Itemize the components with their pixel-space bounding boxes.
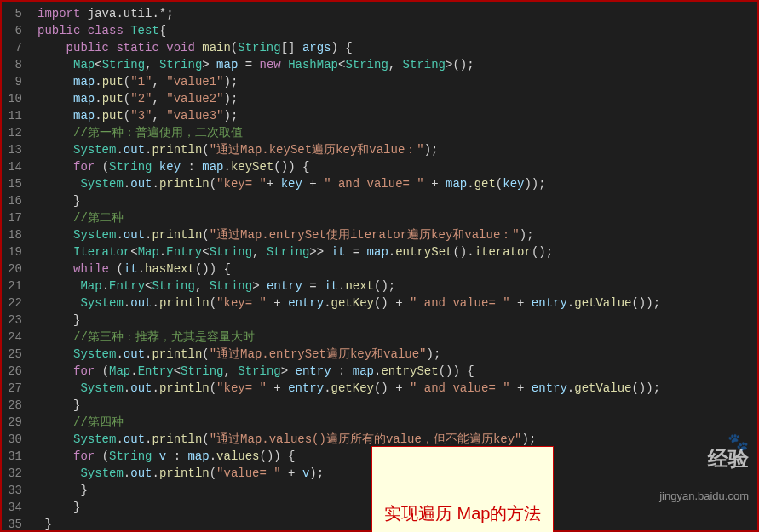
line-number: 26 [7,363,22,380]
code-line[interactable]: map.put("3", "value3"); [37,107,757,124]
code-line[interactable]: Map.Entry<String, String> entry = it.nex… [37,277,757,295]
code-line[interactable]: Map<String, String> map = new HashMap<St… [37,56,757,73]
code-line[interactable]: } [37,397,757,414]
line-number: 6 [7,22,22,39]
line-number: 10 [7,90,22,107]
line-number: 32 [7,465,22,482]
code-line[interactable]: Iterator<Map.Entry<String, String>> it =… [37,243,757,260]
annotation-callout: 实现遍历 Map的方法 代码 [371,446,554,532]
code-line[interactable]: System.out.println("key= " + entry.getKe… [37,380,757,397]
line-number: 16 [7,192,22,209]
code-line[interactable]: map.put("2", "value2"); [37,90,757,107]
code-line[interactable]: System.out.println("通过Map.keySet遍历key和va… [37,141,757,158]
line-number: 13 [7,141,22,158]
code-editor[interactable]: 5678910111213141516171819202122232425262… [0,0,759,532]
code-line[interactable]: public static void main(String[] args) { [37,39,757,56]
code-line[interactable]: for (String key : map.keySet()) { [37,158,757,175]
code-line[interactable]: } [37,192,757,209]
code-line[interactable]: map.put("1", "value1"); [37,73,757,90]
code-line[interactable]: while (it.hasNext()) { [37,260,757,277]
callout-line1: 实现遍历 Map的方法 [384,501,541,525]
line-number: 34 [7,499,22,516]
code-line[interactable]: } [37,312,757,329]
line-number: 22 [7,295,22,312]
line-number: 25 [7,346,22,363]
line-number: 11 [7,107,22,124]
line-number: 19 [7,243,22,260]
code-line[interactable]: //第二种 [37,209,757,226]
code-line[interactable]: import java.util.*; [37,5,757,22]
line-number: 28 [7,397,22,414]
line-number: 35 [7,516,22,532]
code-line[interactable]: System.out.println("key= " + entry.getKe… [37,295,757,312]
code-line[interactable]: System.out.println("通过Map.entrySet使用iter… [37,226,757,243]
line-number: 31 [7,448,22,465]
code-line[interactable]: //第一种：普遍使用，二次取值 [37,124,757,141]
line-number: 29 [7,414,22,431]
line-number: 24 [7,329,22,346]
line-number: 5 [7,5,22,22]
code-line[interactable]: //第三种：推荐，尤其是容量大时 [37,329,757,346]
line-number: 21 [7,277,22,295]
code-area[interactable]: import java.util.*;public class Test{ pu… [31,2,757,530]
line-number: 20 [7,260,22,277]
line-number-gutter: 5678910111213141516171819202122232425262… [2,2,31,530]
line-number: 15 [7,175,22,192]
code-line[interactable]: System.out.println("通过Map.values()遍历所有的v… [37,431,757,448]
line-number: 12 [7,124,22,141]
line-number: 17 [7,209,22,226]
code-line[interactable]: System.out.println("通过Map.entrySet遍历key和… [37,346,757,363]
line-number: 23 [7,312,22,329]
line-number: 30 [7,431,22,448]
line-number: 9 [7,73,22,90]
code-line[interactable]: public class Test{ [37,22,757,39]
code-line[interactable]: for (Map.Entry<String, String> entry : m… [37,363,757,380]
line-number: 27 [7,380,22,397]
code-line[interactable]: System.out.println("key= "+ key + " and … [37,175,757,192]
line-number: 33 [7,482,22,499]
code-line[interactable]: //第四种 [37,414,757,431]
line-number: 8 [7,56,22,73]
line-number: 14 [7,158,22,175]
line-number: 18 [7,226,22,243]
line-number: 7 [7,39,22,56]
